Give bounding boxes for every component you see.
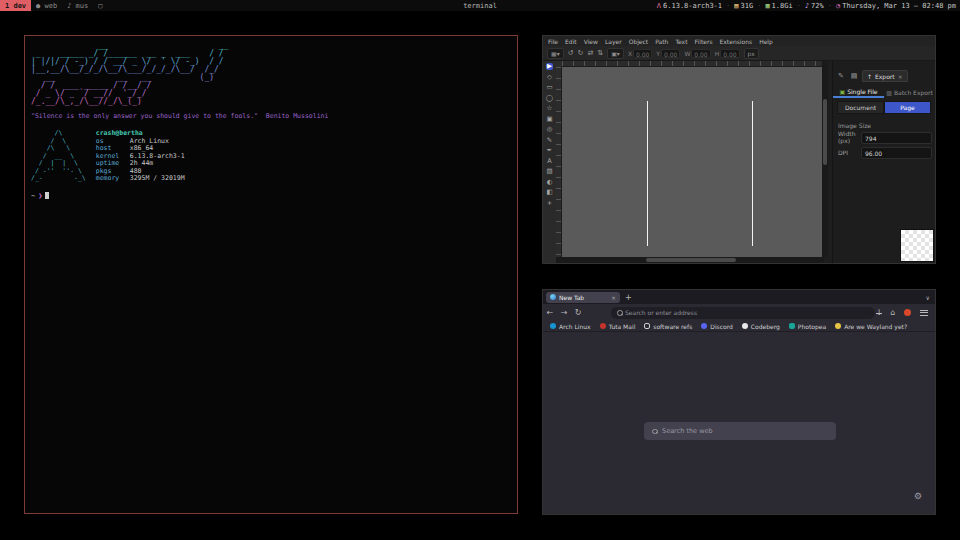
- drawn-vertical-line[interactable]: [752, 101, 753, 246]
- spiral-tool-icon[interactable]: ◎: [547, 126, 553, 133]
- stack-icon: ▥: [886, 89, 892, 96]
- drawn-vertical-line[interactable]: [647, 101, 648, 246]
- new-tab-button[interactable]: +: [625, 293, 632, 302]
- workspace-4[interactable]: ▢: [93, 0, 107, 11]
- export-dialog-panel: ✎ ▤ ↑ Export × ▣ Single File ▥ Batch Exp…: [832, 61, 935, 263]
- back-button[interactable]: ←: [543, 308, 557, 317]
- image-icon: ▣: [839, 88, 845, 95]
- scrollbar-thumb[interactable]: [646, 258, 736, 262]
- height-field[interactable]: H 0.00: [715, 49, 740, 58]
- node-editor-tool-icon[interactable]: ◇: [547, 74, 552, 81]
- inkscape-canvas-zone: [556, 61, 824, 257]
- select-mode-dropdown[interactable]: ▦▾: [547, 48, 564, 59]
- bucket-tool-icon[interactable]: ◧: [546, 189, 552, 196]
- export-icon: ↑: [867, 73, 872, 80]
- bookmark-arch-linux[interactable]: Arch Linux: [550, 323, 591, 330]
- shell-prompt[interactable]: ~ ❯: [31, 192, 517, 200]
- box-3d-tool-icon[interactable]: ▣: [546, 116, 552, 123]
- gradient-tool-icon[interactable]: ▧: [546, 168, 552, 175]
- width-input[interactable]: 794: [861, 132, 932, 144]
- menu-edit[interactable]: Edit: [565, 38, 577, 45]
- inkscape-tool-options-bar: ▦▾ ↺ ↻ ⇄ ⇅ ▣▾ X 0.00 Y 0.00 W 0.00 H 0.0…: [543, 46, 935, 61]
- selector-tool-icon[interactable]: ▶: [546, 63, 553, 70]
- document-button[interactable]: Document: [837, 101, 884, 114]
- extension-icon[interactable]: [904, 309, 911, 316]
- module-separator: ·: [828, 2, 832, 10]
- url-bar[interactable]: [611, 307, 875, 319]
- workspace-2-web[interactable]: ● web: [31, 0, 62, 11]
- menu-text[interactable]: Text: [675, 38, 687, 45]
- forward-button[interactable]: →: [557, 308, 571, 317]
- scrollbar-thumb[interactable]: [823, 99, 827, 165]
- tab-new-tab[interactable]: New Tab ×: [546, 292, 620, 303]
- url-input[interactable]: [625, 309, 875, 316]
- menu-view[interactable]: View: [584, 38, 598, 45]
- x-coordinate-field[interactable]: X 0.00: [628, 49, 652, 58]
- bookmark-photopea[interactable]: Photopea: [789, 323, 826, 330]
- menu-filters[interactable]: Filters: [695, 38, 713, 45]
- pen-tool-icon[interactable]: ✒: [547, 147, 552, 154]
- menu-extensions[interactable]: Extensions: [720, 38, 753, 45]
- tab-batch-export[interactable]: ▥ Batch Export: [884, 86, 935, 98]
- star-tool-icon[interactable]: ☆: [547, 105, 553, 112]
- downloads-button[interactable]: ↓: [872, 308, 886, 317]
- text-tool-icon[interactable]: A: [547, 158, 551, 165]
- bookmark-codeberg[interactable]: Codeberg: [742, 323, 780, 330]
- home-button[interactable]: ⌂: [886, 308, 900, 317]
- export-dialog-tab[interactable]: ↑ Export ×: [862, 70, 908, 82]
- arch-favicon-icon: [550, 323, 556, 329]
- circle-tool-icon[interactable]: ◯: [546, 95, 553, 102]
- menu-help[interactable]: Help: [759, 38, 773, 45]
- workspace-3-music[interactable]: ♪ mus: [62, 0, 93, 11]
- width-field[interactable]: W 0.00: [684, 49, 710, 58]
- rotate-ccw-icon[interactable]: ↺: [568, 49, 574, 57]
- y-coordinate-field[interactable]: Y 0.00: [656, 49, 680, 58]
- clock-module: ◔ Thursday, Mar 13 — 02:48 pm: [836, 2, 956, 10]
- export-scope-buttons: Document Page: [837, 101, 931, 114]
- workspace-1-dev[interactable]: 1 dev: [0, 0, 31, 11]
- pencil-tool-icon[interactable]: ✎: [547, 137, 552, 144]
- fortune-quote: "Silence is the only answer you should g…: [31, 112, 517, 120]
- search-icon: [652, 429, 657, 434]
- bookmark-are-we-wayland-yet[interactable]: Are we Wayland yet?: [835, 323, 907, 330]
- tab-single-file[interactable]: ▣ Single File: [833, 86, 884, 98]
- web-search-input[interactable]: [662, 427, 836, 435]
- terminal-content[interactable]: __ __ _ _____ _/ /______ __ _ ___ / / | …: [25, 36, 517, 513]
- close-icon[interactable]: ×: [898, 73, 903, 80]
- pencil-dialog-icon[interactable]: ✎: [836, 72, 846, 80]
- list-all-tabs-icon[interactable]: ∨: [926, 294, 930, 301]
- rotate-cw-icon[interactable]: ↻: [578, 49, 584, 57]
- menu-path[interactable]: Path: [655, 38, 668, 45]
- rectangle-tool-icon[interactable]: ▭: [546, 84, 552, 91]
- align-dropdown[interactable]: ▣▾: [607, 48, 624, 59]
- memory-icon: ▦: [765, 2, 769, 10]
- ascii-banner-line: /_.__/\_,_/\__//_/\_(_): [31, 98, 517, 106]
- menu-button[interactable]: [920, 310, 928, 316]
- clock-icon: ◔: [836, 2, 840, 10]
- bookmark-discord[interactable]: Discord: [701, 323, 733, 330]
- web-search-box[interactable]: [644, 422, 836, 440]
- close-tab-icon[interactable]: ×: [611, 294, 616, 301]
- discord-favicon-icon: [701, 323, 707, 329]
- drawing-canvas[interactable]: [562, 67, 824, 257]
- export-preview-thumbnail: [900, 229, 934, 262]
- canvas-horizontal-scrollbar[interactable]: [556, 257, 824, 263]
- dropper-tool-icon[interactable]: ◐: [547, 179, 553, 186]
- prompt-path: ~: [31, 192, 35, 200]
- canvas-vertical-scrollbar[interactable]: [822, 61, 828, 257]
- layers-dialog-icon[interactable]: ▤: [849, 72, 859, 80]
- bookmark-tuta-mail[interactable]: Tuta Mail: [600, 323, 636, 330]
- page-button[interactable]: Page: [884, 101, 931, 114]
- flip-vertical-icon[interactable]: ⇅: [597, 49, 603, 57]
- dpi-input[interactable]: 96.00: [861, 147, 932, 159]
- bookmark-software-refs[interactable]: software refs: [644, 323, 692, 330]
- desktop: 1 dev ● web ♪ mus ▢ terminal Λ 6.13.8-ar…: [0, 0, 960, 540]
- units-dropdown[interactable]: px: [744, 48, 759, 59]
- menu-object[interactable]: Object: [629, 38, 649, 45]
- menu-file[interactable]: File: [548, 38, 558, 45]
- gear-icon[interactable]: ⚙: [914, 491, 922, 501]
- flip-horizontal-icon[interactable]: ⇄: [587, 49, 593, 57]
- zoom-tool-icon[interactable]: +: [547, 200, 552, 207]
- reload-button[interactable]: ↻: [571, 308, 585, 317]
- menu-layer[interactable]: Layer: [605, 38, 622, 45]
